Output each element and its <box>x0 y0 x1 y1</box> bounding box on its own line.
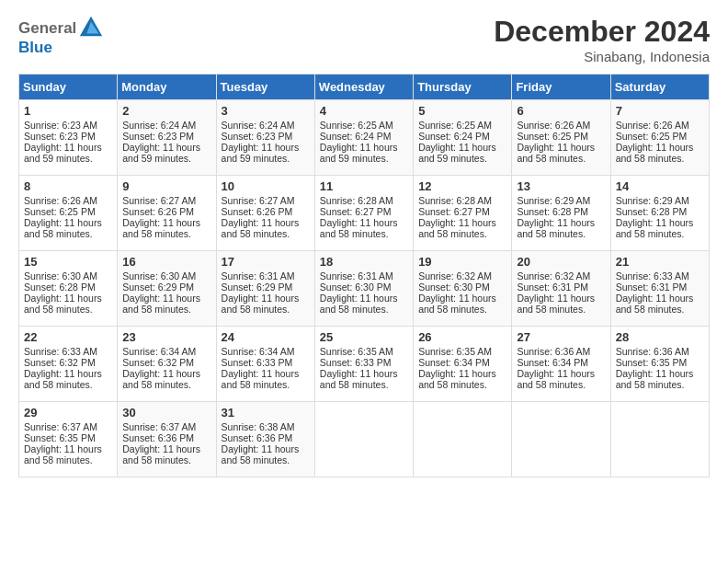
calendar: Sunday Monday Tuesday Wednesday Thursday… <box>18 74 710 477</box>
daylight-label: Daylight: 11 hours and 58 minutes. <box>122 293 200 315</box>
sunrise-label: Sunrise: 6:31 AM <box>320 270 393 282</box>
sunset-label: Sunset: 6:26 PM <box>222 206 293 217</box>
sunset-label: Sunset: 6:24 PM <box>320 131 392 142</box>
calendar-cell: 25 Sunrise: 6:35 AM Sunset: 6:33 PM Dayl… <box>314 327 413 402</box>
daylight-label: Daylight: 11 hours and 58 minutes. <box>517 293 595 315</box>
sunrise-label: Sunrise: 6:30 AM <box>122 270 196 282</box>
calendar-cell <box>512 402 610 477</box>
day-number: 26 <box>418 330 506 344</box>
calendar-cell: 5 Sunrise: 6:25 AM Sunset: 6:24 PM Dayli… <box>414 100 512 176</box>
day-number: 5 <box>418 104 506 118</box>
sunset-label: Sunset: 6:23 PM <box>24 131 96 142</box>
sunrise-label: Sunrise: 6:33 AM <box>24 346 97 357</box>
sunset-label: Sunset: 6:25 PM <box>517 131 588 142</box>
day-number: 25 <box>320 330 408 344</box>
sunset-label: Sunset: 6:31 PM <box>616 282 688 293</box>
daylight-label: Daylight: 11 hours and 58 minutes. <box>222 368 300 390</box>
calendar-cell: 13 Sunrise: 6:29 AM Sunset: 6:28 PM Dayl… <box>512 176 610 251</box>
sunrise-label: Sunrise: 6:28 AM <box>320 195 393 206</box>
daylight-label: Daylight: 11 hours and 59 minutes. <box>320 142 398 164</box>
calendar-cell: 23 Sunrise: 6:34 AM Sunset: 6:32 PM Dayl… <box>118 327 216 402</box>
day-number: 8 <box>24 179 112 193</box>
daylight-label: Daylight: 11 hours and 58 minutes. <box>24 217 102 239</box>
calendar-cell: 9 Sunrise: 6:27 AM Sunset: 6:26 PM Dayli… <box>118 176 216 251</box>
sunset-label: Sunset: 6:28 PM <box>517 206 588 217</box>
logo-general: General <box>18 19 76 38</box>
sunset-label: Sunset: 6:23 PM <box>122 131 194 142</box>
col-wednesday: Wednesday <box>314 75 413 100</box>
sunset-label: Sunset: 6:35 PM <box>616 357 688 368</box>
logo-icon <box>78 15 104 40</box>
sunrise-label: Sunrise: 6:24 AM <box>222 120 295 131</box>
daylight-label: Daylight: 11 hours and 58 minutes. <box>418 293 496 315</box>
day-number: 20 <box>517 255 605 269</box>
calendar-cell: 31 Sunrise: 6:38 AM Sunset: 6:36 PM Dayl… <box>216 402 314 477</box>
month-title: December 2024 <box>494 15 710 49</box>
calendar-cell: 30 Sunrise: 6:37 AM Sunset: 6:36 PM Dayl… <box>118 402 216 477</box>
col-sunday: Sunday <box>19 75 118 100</box>
sunrise-label: Sunrise: 6:35 AM <box>418 346 492 357</box>
calendar-cell <box>314 402 413 477</box>
calendar-cell: 26 Sunrise: 6:35 AM Sunset: 6:34 PM Dayl… <box>414 327 512 402</box>
calendar-cell: 16 Sunrise: 6:30 AM Sunset: 6:29 PM Dayl… <box>118 251 216 327</box>
day-number: 14 <box>616 179 704 193</box>
daylight-label: Daylight: 11 hours and 59 minutes. <box>222 142 300 164</box>
sunrise-label: Sunrise: 6:29 AM <box>616 195 689 206</box>
calendar-week-row: 29 Sunrise: 6:37 AM Sunset: 6:35 PM Dayl… <box>19 402 710 477</box>
header: General Blue December 2024 Sinabang, Ind… <box>18 15 710 64</box>
daylight-label: Daylight: 11 hours and 58 minutes. <box>24 293 102 315</box>
day-number: 31 <box>222 406 310 419</box>
sunrise-label: Sunrise: 6:38 AM <box>222 421 295 432</box>
calendar-cell: 8 Sunrise: 6:26 AM Sunset: 6:25 PM Dayli… <box>19 176 118 251</box>
sunset-label: Sunset: 6:32 PM <box>122 357 194 368</box>
day-number: 11 <box>320 179 408 193</box>
day-number: 29 <box>24 406 112 419</box>
daylight-label: Daylight: 11 hours and 58 minutes. <box>320 293 398 315</box>
calendar-cell: 28 Sunrise: 6:36 AM Sunset: 6:35 PM Dayl… <box>610 327 709 402</box>
day-number: 16 <box>122 255 210 269</box>
daylight-label: Daylight: 11 hours and 58 minutes. <box>122 443 200 465</box>
sunrise-label: Sunrise: 6:27 AM <box>222 195 295 206</box>
sunrise-label: Sunrise: 6:30 AM <box>24 270 97 282</box>
day-number: 3 <box>222 104 310 118</box>
sunrise-label: Sunrise: 6:25 AM <box>320 120 393 131</box>
daylight-label: Daylight: 11 hours and 58 minutes. <box>24 443 102 465</box>
sunrise-label: Sunrise: 6:33 AM <box>616 270 689 282</box>
sunset-label: Sunset: 6:30 PM <box>320 282 392 293</box>
sunset-label: Sunset: 6:31 PM <box>517 282 588 293</box>
sunrise-label: Sunrise: 6:34 AM <box>222 346 295 357</box>
sunset-label: Sunset: 6:34 PM <box>418 357 490 368</box>
sunrise-label: Sunrise: 6:26 AM <box>24 195 97 206</box>
day-number: 9 <box>122 179 210 193</box>
calendar-cell: 6 Sunrise: 6:26 AM Sunset: 6:25 PM Dayli… <box>512 100 610 176</box>
calendar-cell: 14 Sunrise: 6:29 AM Sunset: 6:28 PM Dayl… <box>610 176 709 251</box>
sunrise-label: Sunrise: 6:34 AM <box>122 346 196 357</box>
daylight-label: Daylight: 11 hours and 59 minutes. <box>122 142 200 164</box>
daylight-label: Daylight: 11 hours and 59 minutes. <box>24 142 102 164</box>
logo: General Blue <box>18 15 104 57</box>
calendar-cell: 3 Sunrise: 6:24 AM Sunset: 6:23 PM Dayli… <box>216 100 314 176</box>
sunrise-label: Sunrise: 6:26 AM <box>517 120 590 131</box>
sunrise-label: Sunrise: 6:28 AM <box>418 195 492 206</box>
day-number: 27 <box>517 330 605 344</box>
calendar-cell: 15 Sunrise: 6:30 AM Sunset: 6:28 PM Dayl… <box>19 251 118 327</box>
page: General Blue December 2024 Sinabang, Ind… <box>0 0 728 563</box>
daylight-label: Daylight: 11 hours and 58 minutes. <box>418 368 496 390</box>
calendar-cell: 24 Sunrise: 6:34 AM Sunset: 6:33 PM Dayl… <box>216 327 314 402</box>
sunrise-label: Sunrise: 6:37 AM <box>122 421 196 432</box>
day-number: 28 <box>616 330 704 344</box>
sunrise-label: Sunrise: 6:26 AM <box>616 120 689 131</box>
sunrise-label: Sunrise: 6:27 AM <box>122 195 196 206</box>
daylight-label: Daylight: 11 hours and 59 minutes. <box>418 142 496 164</box>
daylight-label: Daylight: 11 hours and 58 minutes. <box>616 368 694 390</box>
sunset-label: Sunset: 6:25 PM <box>24 206 96 217</box>
sunset-label: Sunset: 6:29 PM <box>222 282 293 293</box>
daylight-label: Daylight: 11 hours and 58 minutes. <box>122 217 200 239</box>
sunrise-label: Sunrise: 6:25 AM <box>418 120 492 131</box>
calendar-cell: 29 Sunrise: 6:37 AM Sunset: 6:35 PM Dayl… <box>19 402 118 477</box>
sunset-label: Sunset: 6:32 PM <box>24 357 96 368</box>
sunrise-label: Sunrise: 6:24 AM <box>122 120 196 131</box>
calendar-header-row: Sunday Monday Tuesday Wednesday Thursday… <box>19 75 710 100</box>
title-block: December 2024 Sinabang, Indonesia <box>494 15 710 64</box>
col-saturday: Saturday <box>610 75 709 100</box>
